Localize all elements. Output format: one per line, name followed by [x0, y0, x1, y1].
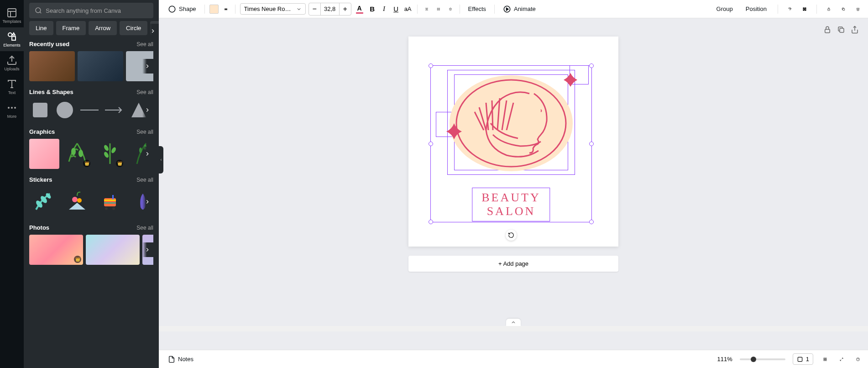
zoom-handle[interactable]	[751, 357, 756, 362]
animate-button[interactable]: Animate	[499, 2, 539, 16]
resize-handle-tl[interactable]	[429, 63, 433, 68]
zoom-level[interactable]: 111%	[717, 356, 732, 363]
resize-handle-br[interactable]	[589, 220, 594, 224]
font-size-input[interactable]	[321, 3, 339, 15]
resize-handle-ml[interactable]	[429, 142, 433, 146]
notes-button[interactable]: Notes	[164, 353, 197, 366]
help-button[interactable]	[853, 355, 863, 364]
horizontal-scrollbar[interactable]	[159, 326, 868, 331]
resize-handle-bl[interactable]	[429, 220, 433, 224]
graphics-scroll-right[interactable]	[142, 147, 153, 161]
zoom-slider[interactable]	[740, 358, 785, 360]
font-size-increase[interactable]: +	[339, 3, 351, 15]
editor-toolbar: Shape Times Neue Rom... − + A B I U aA	[159, 0, 868, 18]
transparency-button[interactable]	[800, 5, 809, 14]
photo-thumb-1[interactable]	[29, 235, 83, 265]
bold-button[interactable]: B	[368, 5, 377, 14]
position-button[interactable]: Position	[742, 3, 770, 15]
spacing-button[interactable]	[446, 5, 455, 14]
shape-arrow[interactable]	[103, 99, 125, 121]
elements-icon	[6, 31, 17, 42]
sticker-thumb-1[interactable]	[29, 187, 59, 217]
photos-scroll-right[interactable]	[142, 242, 153, 257]
chip-arrow[interactable]: Arrow	[89, 21, 117, 35]
see-all-photos[interactable]: See all	[136, 225, 153, 231]
text-case-button[interactable]: aA	[403, 5, 413, 14]
border-style-button[interactable]	[221, 5, 230, 14]
list-button[interactable]	[434, 5, 443, 14]
nav-elements-label: Elements	[3, 43, 21, 47]
underline-button[interactable]: U	[392, 5, 401, 14]
separator	[494, 5, 495, 14]
see-all-recent[interactable]: See all	[136, 41, 153, 47]
nav-templates[interactable]: Templates	[0, 4, 24, 27]
see-all-shapes[interactable]: See all	[136, 89, 153, 95]
resize-handle-tr[interactable]	[589, 63, 594, 68]
graphic-thumb-2[interactable]	[62, 139, 92, 169]
text-color-a: A	[357, 5, 362, 12]
font-size-control: − +	[309, 3, 351, 16]
svg-point-22	[103, 151, 110, 158]
shape-circle[interactable]	[54, 99, 76, 121]
alignment-button[interactable]	[422, 5, 431, 14]
search-input[interactable]	[46, 7, 148, 14]
shape-line[interactable]	[78, 99, 100, 121]
duplicate-page-icon[interactable]	[837, 26, 845, 34]
see-all-graphics[interactable]: See all	[136, 129, 153, 135]
nav-uploads[interactable]: Uploads	[0, 51, 24, 75]
font-family-select[interactable]: Times Neue Rom...	[240, 3, 306, 15]
selected-design-group[interactable]: BEAUTY SALON	[431, 66, 591, 221]
shape-button[interactable]: Shape	[164, 2, 200, 16]
lock-page-icon[interactable]	[823, 26, 831, 34]
nav-elements[interactable]: Elements	[0, 27, 24, 51]
logo-text-box[interactable]: BEAUTY SALON	[472, 188, 550, 221]
shapes-scroll-right[interactable]	[142, 103, 153, 117]
chip-frame[interactable]: Frame	[56, 21, 86, 35]
see-all-stickers[interactable]: See all	[136, 177, 153, 183]
duplicate-button[interactable]	[839, 5, 848, 14]
recent-thumb-1[interactable]	[29, 51, 75, 81]
grid-view-button[interactable]	[821, 355, 830, 364]
lock-button[interactable]	[824, 5, 833, 14]
sticker-thumb-3[interactable]	[95, 187, 125, 217]
chip-circle[interactable]: Circle	[120, 21, 147, 35]
shape-square[interactable]	[29, 99, 51, 121]
recent-scroll-right[interactable]	[142, 59, 153, 74]
delete-button[interactable]	[853, 5, 863, 14]
share-page-icon[interactable]	[851, 26, 859, 34]
search-icon	[35, 6, 42, 15]
graphic-thumb-1[interactable]	[29, 139, 59, 169]
photo-thumb-2[interactable]	[86, 235, 140, 265]
search-box[interactable]	[29, 3, 153, 18]
fullscreen-button[interactable]	[837, 355, 846, 364]
chevron-up-icon	[511, 320, 516, 325]
effects-button[interactable]: Effects	[465, 3, 490, 15]
group-button[interactable]: Group	[713, 3, 737, 15]
svg-point-9	[15, 107, 16, 108]
text-color-button[interactable]: A	[354, 3, 365, 16]
align-icon	[425, 5, 429, 13]
add-page-button[interactable]: + Add page	[408, 256, 618, 272]
fill-color-swatch[interactable]	[209, 5, 219, 14]
rotate-handle[interactable]	[506, 230, 517, 241]
list-icon	[437, 5, 440, 13]
page-panel-toggle[interactable]	[506, 319, 521, 326]
copy-style-button[interactable]	[785, 5, 795, 14]
nav-more[interactable]: More	[0, 99, 24, 122]
font-size-decrease[interactable]: −	[309, 3, 321, 15]
italic-button[interactable]: I	[380, 5, 389, 14]
panel-scroll[interactable]: Recently used See all Lines & Shapes See…	[24, 41, 159, 368]
page-indicator[interactable]: 1	[793, 353, 813, 365]
recent-thumb-2[interactable]	[78, 51, 123, 81]
svg-point-33	[105, 207, 108, 210]
design-page[interactable]: BEAUTY SALON	[408, 37, 618, 247]
graphic-thumb-3[interactable]	[95, 139, 125, 169]
sticker-thumb-2[interactable]	[62, 187, 92, 217]
stickers-scroll-right[interactable]	[142, 195, 153, 209]
nav-text[interactable]: Text	[0, 75, 24, 99]
resize-handle-mr[interactable]	[589, 142, 594, 146]
beauty-logo-graphic[interactable]	[443, 71, 580, 176]
canvas-area[interactable]: BEAUTY SALON + Add page	[159, 18, 868, 350]
chip-line[interactable]: Line	[29, 21, 53, 35]
chips-scroll-right[interactable]	[148, 24, 159, 38]
